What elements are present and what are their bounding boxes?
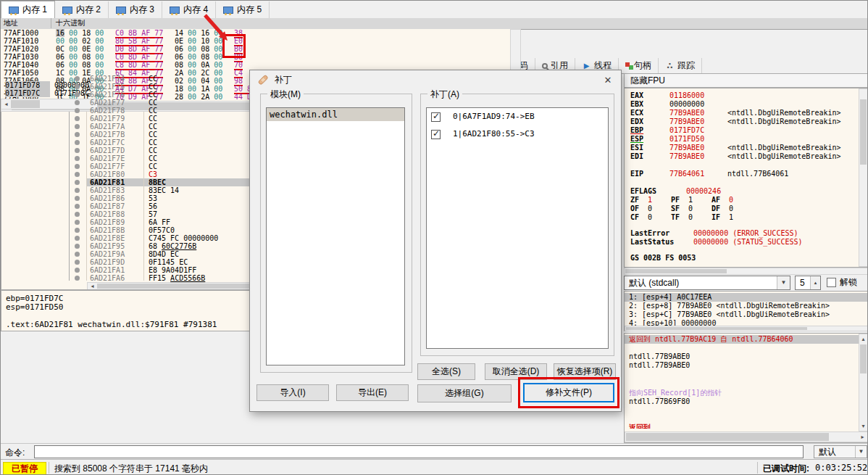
register-row[interactable]: ESP0171FD50 — [625, 135, 868, 144]
register-row[interactable]: EDI77B9ABE0<ntdll.DbgUiRemoteBreakin> — [625, 152, 868, 161]
hide-fpu-button[interactable]: 隐藏FPU — [624, 73, 868, 88]
select-group-button[interactable]: 选择组(G) — [417, 384, 512, 402]
argument-row[interactable]: 3: [esp+C] 77B9ABE0 <ntdll.DbgUiRemoteBr… — [625, 310, 868, 319]
scroll-down-arrow[interactable]: ▾ — [859, 421, 867, 431]
stack-info-hscrollbar[interactable]: ▸ — [625, 431, 868, 442]
patch-checkbox[interactable] — [431, 112, 441, 122]
dump-row[interactable]: 77AF103006 00 08 00C0 8D AF 7706 00 08 0… — [1, 53, 510, 61]
breakpoint-dot[interactable] — [75, 212, 80, 217]
select-all-button[interactable]: 全选(S) — [417, 363, 475, 380]
dump-row[interactable]: 77AF101000 00 02 0080 5B AF 770E 00 10 0… — [1, 37, 510, 45]
chevron-down-icon[interactable]: ▼ — [777, 276, 790, 289]
breakpoint-dot[interactable] — [75, 84, 80, 89]
patch-checkbox[interactable] — [431, 130, 441, 139]
scroll-left-arrow[interactable]: ◂ — [1, 99, 11, 109]
argument-depth-stepper[interactable]: 5 ▲▼ — [795, 276, 821, 290]
breakpoint-dot[interactable] — [75, 260, 80, 265]
register-row[interactable]: ECX77B9ABE0<ntdll.DbgUiRemoteBreakin> — [625, 109, 868, 117]
patch-item[interactable]: 0|6A7F1AD9:74->EB — [427, 111, 608, 125]
breakpoint-dot[interactable] — [75, 268, 80, 273]
breakpoint-dot[interactable] — [75, 276, 80, 281]
registers-vscrollbar[interactable] — [859, 88, 868, 267]
argument-row[interactable]: 2: [esp+8] 77B9ABE0 <ntdll.DbgUiRemoteBr… — [625, 302, 868, 310]
lasterror-row[interactable]: LastError00000000 (ERROR_SUCCESS) — [625, 229, 868, 238]
chevron-down-icon[interactable]: ▼ — [855, 446, 867, 458]
breakpoint-dot[interactable] — [75, 132, 80, 137]
breakpoint-dot[interactable] — [75, 148, 80, 153]
scroll-right-arrow[interactable]: ▸ — [858, 432, 867, 442]
dump-tab[interactable]: 内存 5 — [216, 1, 270, 18]
stepper-arrows[interactable]: ▲▼ — [810, 276, 820, 289]
breakpoint-dot[interactable] — [75, 236, 80, 241]
dump-row[interactable]: 77AF104006 00 08 00C8 8D AF 7708 00 0A 0… — [1, 61, 510, 69]
scroll-thumb[interactable] — [860, 99, 867, 165]
stepper-up-icon[interactable]: ▲ — [811, 276, 820, 289]
tab-句柄[interactable]: 句柄 — [619, 58, 659, 73]
breakpoint-dot[interactable] — [75, 164, 80, 169]
breakpoint-dot[interactable] — [75, 204, 80, 209]
patch-list[interactable]: 0|6A7F1AD9:74->EB1|6AD21F80:55->C3 — [426, 107, 609, 349]
scroll-thumb[interactable] — [626, 327, 807, 330]
arguments-hscrollbar[interactable] — [625, 326, 868, 331]
module-item[interactable]: wechatwin.dll — [267, 108, 404, 121]
calling-convention-select[interactable]: 默认 (stdcall) ▼ — [624, 276, 790, 290]
register-row[interactable]: EDX77B9ABE0<ntdll.DbgUiRemoteBreakin> — [625, 117, 868, 126]
dump-tab[interactable]: 内存 2 — [55, 1, 109, 18]
breakpoint-dot[interactable] — [75, 196, 80, 201]
register-row[interactable]: EIP77B64061ntdll.77B64061 — [625, 170, 868, 178]
breakpoint-dot[interactable] — [75, 220, 80, 225]
unlock-checkbox[interactable] — [827, 278, 836, 287]
flags-row[interactable]: ZF1PF1AF0 — [625, 196, 868, 205]
register-row[interactable]: EBX00000000 — [625, 100, 868, 109]
stack-hscrollbar[interactable]: ◂ — [1, 99, 98, 110]
command-input[interactable] — [34, 445, 804, 458]
dump-tab[interactable]: 内存 4 — [162, 1, 216, 18]
breakpoint-dot[interactable] — [75, 172, 80, 177]
stack-info-panel[interactable]: 返回到 ntdll.77B9AC19 自 ntdll.77B64060 ntdl… — [624, 333, 868, 443]
breakpoint-dot[interactable] — [75, 100, 80, 105]
breakpoint-dot[interactable] — [75, 180, 80, 185]
dump-tab[interactable]: 内存 1 — [1, 1, 55, 19]
dump-row[interactable]: 77AF10200C 00 0E 00D0 8D AF 7706 00 08 0… — [1, 45, 510, 53]
breakpoint-dot[interactable] — [75, 124, 80, 129]
breakpoint-dot[interactable] — [75, 188, 80, 193]
stack-info-vscrollbar[interactable]: ▴ ▾ — [859, 334, 868, 431]
export-button[interactable]: 导出(E) — [336, 384, 409, 401]
patch-file-button[interactable]: 修补文件(P) — [523, 383, 614, 402]
scroll-up-arrow[interactable]: ▴ — [859, 334, 867, 344]
dump-tab[interactable]: 内存 3 — [109, 1, 162, 18]
module-list[interactable]: wechatwin.dll — [266, 107, 405, 365]
breakpoint-dot[interactable] — [75, 76, 80, 81]
register-row[interactable]: EAX01186000 — [625, 91, 868, 100]
register-row[interactable]: ESI77B9ABE0<ntdll.DbgUiRemoteBreakin> — [625, 144, 868, 152]
breakpoint-dot[interactable] — [75, 228, 80, 233]
registers-panel[interactable]: EAX01186000EBX00000000ECX77B9ABE0<ntdll.… — [624, 88, 868, 268]
breakpoint-dot[interactable] — [75, 116, 80, 121]
scroll-thumb[interactable] — [11, 100, 40, 108]
tab-跟踪[interactable]: 跟踪 — [659, 58, 702, 73]
breakpoint-dot[interactable] — [75, 244, 80, 249]
dialog-close-button[interactable]: ✕ — [601, 73, 615, 86]
flags-row[interactable]: CF0TF0IF1 — [625, 213, 868, 222]
dump-row[interactable]: 77AF100016 00 18 00C0 8B AF 7714 00 16 0… — [1, 29, 510, 37]
segments-row[interactable]: GS 002B FS 0053 — [625, 254, 868, 263]
eflags-row[interactable]: EFLAGS00000246 — [625, 187, 868, 196]
scroll-thumb[interactable] — [626, 433, 829, 441]
import-button[interactable]: 导入(I) — [256, 384, 329, 401]
flags-row[interactable]: OF0SF0DF0 — [625, 205, 868, 213]
breakpoint-dot[interactable] — [75, 92, 80, 97]
scroll-thumb[interactable] — [860, 344, 867, 373]
breakpoint-dot[interactable] — [75, 252, 80, 257]
breakpoint-dot[interactable] — [75, 108, 80, 113]
scroll-left-arrow[interactable]: ◂ — [88, 283, 97, 289]
scroll-thumb[interactable] — [625, 269, 727, 273]
patch-item[interactable]: 1|6AD21F80:55->C3 — [427, 128, 608, 143]
breakpoint-dot[interactable] — [75, 140, 80, 145]
registers-hscrollbar[interactable] — [624, 268, 868, 275]
argument-row[interactable]: 1: [esp+4] A0C17EEA — [625, 293, 868, 302]
command-profile-select[interactable]: 默认 ▼ — [814, 445, 867, 458]
breakpoint-dot[interactable] — [75, 156, 80, 161]
laststatus-row[interactable]: LastStatus00000000 (STATUS_SUCCESS) — [625, 238, 868, 247]
register-row[interactable]: EBP0171FD7C — [625, 126, 868, 135]
deselect-all-button[interactable]: 取消全选(D) — [485, 363, 547, 380]
